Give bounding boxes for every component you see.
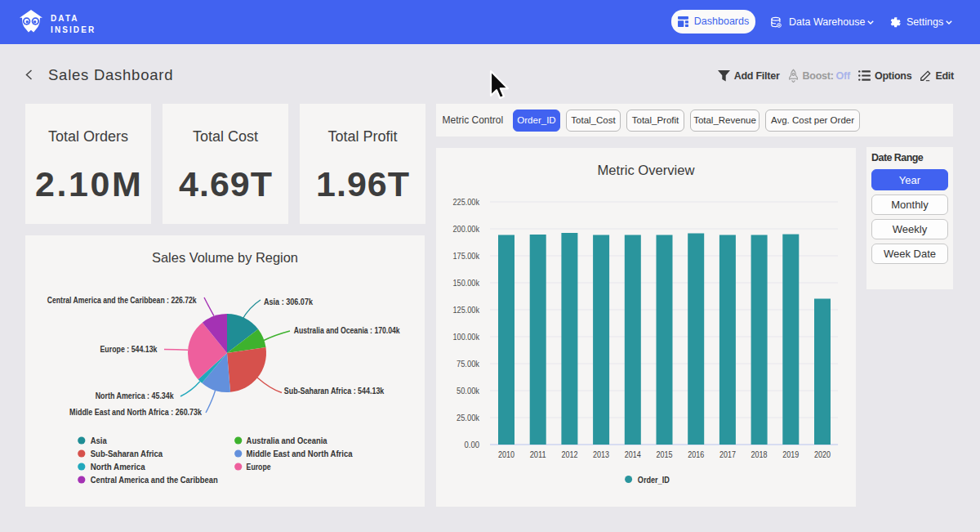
svg-text:Sub-Saharan Africa : 544.13k: Sub-Saharan Africa : 544.13k [284,386,385,396]
svg-text:Central America and the Caribb: Central America and the Caribbean [91,475,218,485]
svg-text:Central America and the Caribb: Central America and the Caribbean : 226.… [47,295,197,305]
svg-text:Australia and Oceania : 170.04: Australia and Oceania : 170.04k [294,325,400,335]
svg-text:2010: 2010 [498,449,514,459]
svg-text:North America: North America [91,462,145,472]
svg-text:Metric Overview: Metric Overview [598,163,696,178]
svg-text:2020: 2020 [814,449,831,459]
svg-text:2011: 2011 [530,449,546,459]
svg-text:175.00k: 175.00k [453,252,480,261]
svg-text:0.00: 0.00 [465,440,480,449]
svg-text:Asia: Asia [91,436,107,445]
svg-text:2019: 2019 [782,449,799,459]
svg-text:225.00k: 225.00k [453,198,480,207]
svg-text:Sub-Saharan Africa: Sub-Saharan Africa [91,449,163,458]
svg-text:Sales Volume by Region: Sales Volume by Region [152,250,298,266]
svg-text:2017: 2017 [719,449,736,459]
svg-text:Middle East and North Africa :: Middle East and North Africa : 260.73k [69,407,202,417]
svg-text:200.00k: 200.00k [453,225,480,234]
svg-text:2014: 2014 [625,449,641,459]
svg-text:150.00k: 150.00k [453,279,480,288]
svg-text:Asia : 306.07k: Asia : 306.07k [264,297,313,306]
svg-text:Australia and Oceania: Australia and Oceania [247,436,327,445]
svg-text:25.00k: 25.00k [457,414,480,422]
svg-text:2015: 2015 [657,449,673,459]
svg-text:Europe : 544.13k: Europe : 544.13k [100,344,158,354]
svg-text:Order_ID: Order_ID [638,475,670,485]
svg-text:2013: 2013 [593,449,609,459]
svg-text:Middle East and North Africa: Middle East and North Africa [247,449,353,458]
svg-text:2018: 2018 [751,449,768,459]
svg-text:2016: 2016 [688,449,704,459]
svg-text:Europe: Europe [247,462,271,472]
svg-text:2012: 2012 [561,449,577,459]
svg-text:75.00k: 75.00k [457,360,480,369]
svg-text:North America : 45.34k: North America : 45.34k [96,391,174,400]
svg-text:50.00k: 50.00k [457,387,480,396]
svg-text:125.00k: 125.00k [453,306,480,315]
svg-text:100.00k: 100.00k [453,333,480,342]
